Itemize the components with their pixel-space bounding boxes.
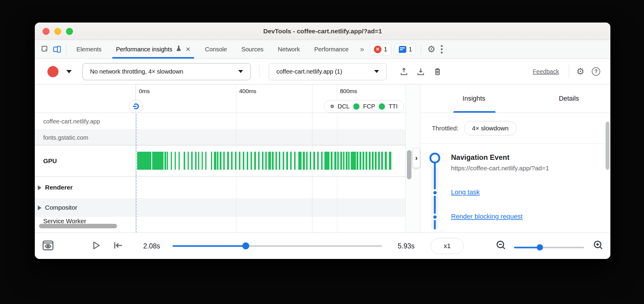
recording-select[interactable]: coffee-cart.netlify.app (1) [269,63,387,80]
select-caret-icon [238,70,243,73]
dcl-marker-icon [330,105,334,108]
gpu-activity-bar [211,152,212,170]
gpu-activity-bar [265,152,267,170]
message-bubble-icon [399,46,406,53]
event-bullet-icon [432,189,438,196]
gpu-activity-bar [337,152,339,170]
record-options-caret-icon[interactable] [66,70,72,73]
event-link[interactable]: Render blocking request [451,213,522,220]
gpu-activity-bar [334,152,336,170]
total-time-label: 5.93s [390,242,422,250]
tab-sources[interactable]: Sources [238,40,267,59]
insights-panel: Insights Details Throttled: 4× slowdown … [420,84,610,233]
gpu-activity-bar [306,152,308,170]
breadcrumb-zoom-handle[interactable] [129,99,143,113]
tab-network[interactable]: Network [274,40,303,59]
tab-performance-insights[interactable]: Performance insights ✕ [112,40,194,59]
kebab-menu-icon[interactable] [438,45,445,53]
zoom-slider-thumb[interactable] [537,244,543,251]
select-caret-icon [374,70,379,73]
window-title: DevTools - coffee-cart.netlify.app/?ad=1 [35,23,610,40]
active-tab-underline [453,111,495,113]
record-button[interactable] [47,66,59,77]
disclosure-triangle-icon[interactable] [38,185,41,190]
timeline-canvas[interactable]: DCLFCPTTI 0ms400ms800ms [136,84,406,233]
gpu-activity-bar [294,152,296,170]
gpu-activity-bar [363,152,364,170]
gpu-activity-bar [227,152,229,170]
feedback-link[interactable]: Feedback [533,68,559,75]
gpu-activity-bar [220,152,221,170]
gpu-activity-bar [254,152,256,170]
play-button[interactable] [91,240,101,252]
settings-gear-icon[interactable]: ⚙ [425,43,437,55]
event-bullet-icon [432,214,438,220]
error-count-badge[interactable]: ✕ 1 [370,44,391,55]
playback-slider-thumb[interactable] [242,242,249,249]
issues-count-badge[interactable]: 1 [395,44,416,55]
zoom-slider[interactable] [514,247,584,248]
legend-label: FCP [363,103,375,110]
timeline-content: coffee-cart.netlify.app fonts.gstatic.co… [35,84,610,233]
zoom-out-icon[interactable] [495,239,507,253]
panel-settings-gear-icon[interactable]: ⚙ [574,65,586,78]
vertical-scrollbar-thumb[interactable] [407,150,411,179]
panel-scrollbar-thumb[interactable] [606,122,609,170]
close-tab-icon[interactable]: ✕ [185,46,191,53]
playback-slider[interactable] [173,245,382,247]
trash-icon[interactable] [432,65,444,78]
timings-legend: DCLFCPTTI [324,100,404,113]
gpu-activity-bar [381,152,383,170]
gpu-activity-bar [251,152,252,170]
ruler-tick-label: 0ms [139,88,150,95]
gpu-activity-bar [195,152,196,170]
gpu-activity-bar [331,152,333,170]
playback-speed-pill[interactable]: x1 [431,238,464,254]
gpu-activity-bar [321,152,323,170]
throttled-label: Throttled: [432,125,459,132]
zoom-in-icon[interactable] [592,239,604,253]
preview-visibility-icon[interactable] [41,239,55,253]
perf-insights-toolbar: No network throttling, 4× slowdown coffe… [35,59,610,84]
download-icon[interactable] [415,65,427,78]
gpu-activity-bar [313,152,315,170]
legend-label: TTI [389,103,398,110]
gpu-activity-bar [205,152,206,170]
gpu-activity-bar [243,152,244,170]
more-tabs-button[interactable]: » [360,45,364,53]
gpu-activity-bar [262,152,263,170]
playback-bottom-bar: 2.08s 5.93s x1 [35,233,610,259]
tab-details[interactable]: Details [528,84,611,113]
devtools-window: DevTools - coffee-cart.netlify.app/?ad=1… [35,23,610,259]
skip-to-start-icon[interactable] [112,240,124,252]
tab-performance[interactable]: Performance [311,40,352,59]
horizontal-scrollbar-thumb[interactable] [39,224,117,228]
gpu-activity-bar [175,152,176,170]
error-icon: ✕ [374,46,381,53]
track-names-divider[interactable] [136,84,136,233]
gpu-activity-bar [279,152,280,170]
collapse-panel-button[interactable]: › [413,148,420,168]
tabbar-divider-2 [421,44,421,55]
gpu-activity-bar [385,152,387,170]
navigation-event-circle-icon[interactable] [429,153,440,163]
event-link[interactable]: Long task [451,188,480,196]
tab-console[interactable]: Console [201,40,230,59]
issues-count: 1 [409,46,412,53]
tab-elements[interactable]: Elements [73,40,105,59]
gpu-activity-bar [275,152,277,170]
inspect-element-icon[interactable] [39,43,51,55]
device-toolbar-icon[interactable] [51,43,63,55]
gpu-activity-bar [324,152,329,170]
throttling-select[interactable]: No network throttling, 4× slowdown [83,63,251,80]
gpu-activity-bar [340,152,342,170]
upload-icon[interactable] [398,65,410,78]
track-label: GPU [43,157,57,165]
disclosure-triangle-icon[interactable] [38,205,41,210]
help-icon[interactable]: ? [590,65,602,78]
gpu-activity-bar [389,152,392,170]
tab-insights[interactable]: Insights [432,84,516,113]
throttled-row: Throttled: 4× slowdown [420,113,610,144]
gpu-activity-bar [164,152,166,170]
gpu-activity-bar [369,152,371,170]
